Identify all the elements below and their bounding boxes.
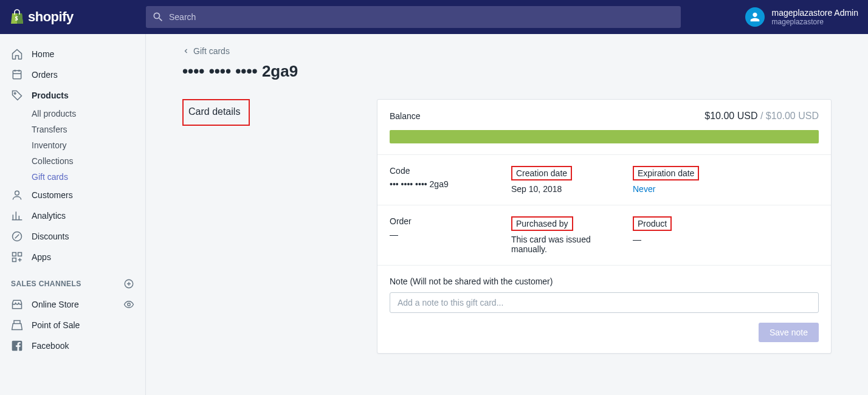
user-icon [748,10,762,24]
order-section: Order — Purchased by This card was issue… [377,205,831,266]
brand-text: shopify [28,9,74,25]
creation-value: Sep 10, 2018 [511,184,633,194]
svg-rect-4 [13,253,16,256]
sidebar-channel-pos[interactable]: Point of Sale [0,315,145,335]
highlight-creation-date: Creation date [511,166,572,180]
highlight-expiration-date: Expiration date [633,166,699,180]
product-label: Product [638,219,667,228]
shopify-bag-icon [10,9,24,25]
brand-logo[interactable]: shopify [10,9,146,25]
sidebar-item-label: Home [32,49,54,59]
top-bar: shopify mageplazastore Admin mageplazast… [0,0,868,34]
expiration-value[interactable]: Never [633,184,819,194]
sidebar-sub-gift-cards[interactable]: Gift cards [0,169,145,185]
svg-point-1 [14,92,16,94]
save-note-button[interactable]: Save note [759,323,819,342]
balance-current: $10.00 USD [704,111,757,121]
analytics-icon [11,210,23,222]
sidebar-item-analytics[interactable]: Analytics [0,205,145,226]
purchased-value: This card was issued manually. [511,235,602,254]
note-input[interactable] [390,292,819,313]
highlight-card-details: Card details [182,99,250,126]
creation-label: Creation date [516,168,567,178]
svg-point-8 [128,303,131,306]
svg-rect-5 [18,253,22,256]
eye-icon[interactable] [123,299,134,310]
sidebar-item-label: Discounts [32,232,69,241]
sidebar-item-label: Facebook [32,341,69,351]
code-value: ••• •••• •••• 2ga9 [390,179,511,189]
svg-rect-6 [13,258,16,262]
section-head-label: SALES CHANNELS [11,280,81,288]
balance-sep: / [757,111,765,121]
account-text: mageplazastore Admin mageplazastore [772,8,858,26]
main-content: Gift cards •••• •••• •••• 2ga9 Card deta… [146,34,868,395]
sidebar-item-customers[interactable]: Customers [0,185,145,205]
avatar [745,7,765,27]
balance-section: Balance $10.00 USD / $10.00 USD [377,100,831,155]
plus-circle-icon[interactable] [123,278,134,289]
order-value: — [390,230,511,239]
order-label: Order [390,216,511,226]
sidebar-item-orders[interactable]: Orders [0,64,145,85]
sidebar-item-label: Analytics [32,211,66,221]
balance-label: Balance [390,111,421,121]
sidebar-item-discounts[interactable]: Discounts [0,226,145,247]
chevron-left-icon [182,47,190,55]
facebook-icon [11,340,23,352]
note-section: Note (Will not be shared with the custom… [377,266,831,353]
search-bar[interactable] [146,6,681,28]
svg-point-2 [15,191,19,195]
sidebar-sub-transfers[interactable]: Transfers [0,122,145,137]
sidebar-item-label: Products [32,91,69,100]
back-link-label: Gift cards [193,46,230,56]
balance-progress [390,130,819,143]
sidebar-item-label: Point of Sale [32,320,80,330]
store-icon [11,298,23,311]
svg-rect-0 [13,70,21,78]
sidebar-item-home[interactable]: Home [0,44,145,64]
sidebar-channel-online-store[interactable]: Online Store [0,294,145,315]
sidebar-sub-inventory[interactable]: Inventory [0,137,145,153]
code-section: Code ••• •••• •••• 2ga9 Creation date Se… [377,155,831,205]
sidebar-channel-facebook[interactable]: Facebook [0,335,145,356]
highlight-product: Product [633,216,672,231]
sidebar-item-label: Customers [32,190,73,200]
highlight-purchased-by: Purchased by [511,216,573,231]
sidebar-item-label: Apps [32,252,51,262]
account-name: mageplazastore Admin [772,8,858,18]
back-link[interactable]: Gift cards [182,46,230,56]
account-menu[interactable]: mageplazastore Admin mageplazastore [721,7,858,27]
account-store: mageplazastore [772,18,858,26]
sidebar: Home Orders Products All products Transf… [0,34,146,395]
sidebar-section-head: SALES CHANNELS [0,267,145,294]
balance-total: $10.00 USD [766,111,819,121]
balance-amount: $10.00 USD / $10.00 USD [704,111,819,122]
apps-icon [11,251,23,263]
code-label: Code [390,166,511,176]
discounts-icon [11,230,23,242]
note-label: Note (Will not be shared with the custom… [390,276,819,286]
section-title: Card details [188,106,240,117]
purchased-label: Purchased by [516,219,568,228]
tag-icon [11,89,23,101]
product-value: — [633,235,819,244]
orders-icon [11,69,23,81]
sidebar-item-apps[interactable]: Apps [0,247,145,267]
expiration-label: Expiration date [638,168,694,178]
customers-icon [11,189,23,201]
sidebar-item-products[interactable]: Products [0,85,145,106]
card-details-card: Balance $10.00 USD / $10.00 USD Code •••… [377,99,832,354]
search-input[interactable] [169,12,675,22]
page-title: •••• •••• •••• 2ga9 [182,62,832,81]
home-icon [11,48,23,60]
sidebar-item-label: Orders [32,70,58,80]
sidebar-sub-all-products[interactable]: All products [0,106,145,122]
sidebar-item-label: Online Store [32,300,79,309]
sidebar-sub-collections[interactable]: Collections [0,153,145,169]
pos-icon [11,319,23,331]
search-icon [152,11,164,23]
